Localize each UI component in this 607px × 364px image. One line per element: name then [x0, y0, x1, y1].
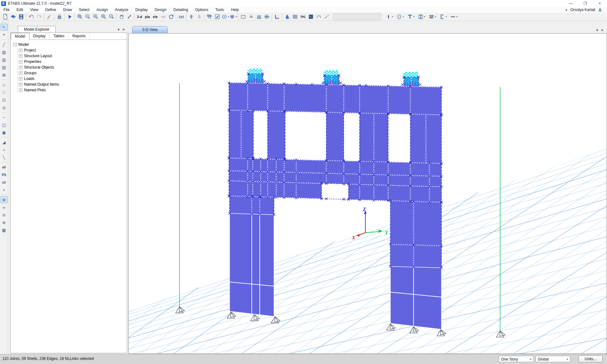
hatch-area-icon[interactable]: ▦ — [1, 227, 8, 234]
close-button[interactable]: × — [592, 0, 607, 7]
menu-view[interactable]: View — [27, 7, 42, 13]
tree-item-label[interactable]: Groups — [24, 71, 36, 75]
menu-design[interactable]: Design — [151, 7, 170, 13]
zoom-previous-button[interactable] — [91, 13, 99, 20]
menu-analyze[interactable]: Analyze — [111, 7, 132, 13]
draw-quick-area-icon[interactable]: ⊡ — [1, 96, 8, 103]
3d-view-canvas[interactable]: ZYX — [128, 33, 607, 354]
minimize-button[interactable]: — — [563, 0, 578, 7]
draw-wave-icon[interactable]: ≈ — [1, 146, 8, 153]
collapse-icon[interactable] — [13, 43, 17, 46]
link-line-icon[interactable]: ⊘ — [1, 211, 8, 218]
channel-section-button[interactable]: ▾ — [437, 13, 448, 20]
tab-model[interactable]: Model — [11, 33, 29, 40]
menu-file[interactable]: File — [0, 7, 13, 13]
tree-item-label[interactable]: Properties — [24, 59, 41, 64]
new-file-button[interactable] — [1, 13, 9, 20]
menu-help[interactable]: Help — [227, 7, 242, 13]
tree-item-label[interactable]: Loads — [24, 76, 34, 81]
draw-quick-wall-icon[interactable]: ◫ — [1, 121, 8, 128]
expand-icon[interactable] — [19, 54, 22, 58]
explorer-dropdown-icon[interactable] — [118, 27, 120, 32]
draw-pier-area-icon[interactable]: ◎ — [1, 104, 8, 111]
draw-beam-icon[interactable]: ▤ — [1, 64, 8, 71]
tree-item-properties[interactable]: Properties — [19, 59, 126, 64]
tree-item-named-output-items[interactable]: Named Output Items — [19, 82, 126, 87]
zoom-window-button[interactable] — [76, 13, 84, 20]
view-close-icon[interactable] — [601, 28, 603, 32]
node-axes-button[interactable] — [247, 13, 255, 20]
draw-poly-area-icon[interactable]: ◇ — [1, 81, 8, 88]
tab-tables[interactable]: Tables — [50, 33, 69, 39]
frame-section-boxed-button[interactable]: ▾ — [416, 13, 427, 20]
draw-edge-icon[interactable]: ╲ — [1, 154, 8, 161]
joint-display-button[interactable]: ▾ — [221, 13, 229, 20]
multi-select-button[interactable] — [205, 13, 213, 20]
expand-icon[interactable] — [19, 83, 22, 86]
tree-item-named-plots[interactable]: Named Plots — [19, 87, 126, 93]
link-x-icon[interactable]: ⊗ — [1, 219, 8, 226]
draw-ramp-icon[interactable]: ◢ — [1, 139, 8, 146]
deform-options-button[interactable] — [315, 13, 323, 20]
object-display-button[interactable]: ▾ — [229, 13, 237, 20]
menu-define[interactable]: Define — [42, 7, 60, 13]
edit-pencil-button[interactable] — [45, 13, 53, 20]
elevation-view-button[interactable] — [255, 13, 263, 20]
image-options-button[interactable] — [307, 13, 315, 20]
select-previous-icon[interactable]: PS — [1, 171, 8, 178]
clear-selection-icon[interactable]: clr — [1, 179, 8, 186]
coordinate-system-selector[interactable]: ▾ Global — [536, 356, 570, 362]
draw-wall-icon[interactable]: ⌐ — [1, 114, 8, 121]
link-joint-icon[interactable]: ⊕ — [1, 196, 8, 203]
menu-assign[interactable]: Assign — [93, 7, 111, 13]
tree-item-loads[interactable]: Loads — [19, 76, 126, 82]
menu-edit[interactable]: Edit — [13, 7, 27, 13]
snap-points-button[interactable] — [125, 13, 133, 20]
reshape-object-icon[interactable]: ⌖ — [1, 31, 8, 38]
tree-item-label[interactable]: Structural Objects — [24, 65, 54, 70]
move-up-button[interactable] — [187, 13, 195, 20]
explorer-close-icon[interactable] — [123, 27, 125, 32]
nd-button[interactable]: nd — [159, 13, 167, 20]
menu-tools[interactable]: Tools — [212, 7, 227, 13]
wall-view-button[interactable] — [273, 13, 281, 20]
user-menu[interactable]: Orsolya Kartali — [565, 8, 607, 12]
draw-frame-icon[interactable]: ▧ — [1, 49, 8, 56]
expand-icon[interactable] — [19, 66, 22, 69]
expand-icon[interactable] — [19, 49, 22, 52]
tree-item-structural-objects[interactable]: Structural Objects — [19, 64, 126, 70]
expand-icon[interactable] — [19, 71, 22, 75]
tree-item-label[interactable]: Project — [24, 48, 36, 52]
load-drop-button[interactable] — [283, 13, 291, 20]
menu-select[interactable]: Select — [76, 7, 93, 13]
perspective-toggle-button[interactable] — [177, 13, 185, 20]
truss-section-button[interactable]: ▾ — [427, 13, 437, 20]
deselect-line-icon[interactable]: × — [1, 186, 8, 193]
draw-joint-icon[interactable]: ╱ — [1, 41, 8, 48]
pan-button[interactable] — [117, 13, 125, 20]
plan-button[interactable]: pla — [143, 13, 151, 20]
units-button[interactable]: Units... — [579, 355, 603, 362]
move-down-button[interactable] — [195, 13, 203, 20]
draw-rect-area-icon[interactable]: □ — [1, 89, 8, 96]
draw-rect-button[interactable] — [239, 13, 247, 20]
tree-item-structure-layout[interactable]: Structure Layout — [19, 53, 126, 59]
menu-detailing[interactable]: Detailing — [170, 7, 192, 13]
story-selector[interactable]: ▾ One Story — [499, 356, 534, 362]
explorer-tab[interactable]: Model Explorer — [18, 26, 56, 33]
tree-item-label[interactable]: Structure Layout — [24, 54, 52, 58]
open-file-button[interactable] — [9, 13, 17, 20]
section-view-button[interactable] — [263, 13, 271, 20]
draw-opening-icon[interactable]: ▣ — [1, 129, 8, 136]
draw-brace-icon[interactable]: ⊠ — [1, 71, 8, 78]
zoom-all-button[interactable] — [84, 13, 91, 20]
select-pointer-icon[interactable]: ↖ — [1, 24, 8, 31]
menu-display[interactable]: Display — [132, 7, 151, 13]
undo-button[interactable] — [27, 13, 35, 20]
zoom-in-button[interactable] — [99, 13, 107, 20]
download-icon[interactable] — [598, 8, 603, 12]
tree-root[interactable]: Model — [13, 42, 126, 47]
tree-item-groups[interactable]: Groups — [19, 70, 126, 76]
tree-item-label[interactable]: Named Plots — [24, 88, 46, 92]
tree-item-project[interactable]: Project — [19, 47, 126, 53]
